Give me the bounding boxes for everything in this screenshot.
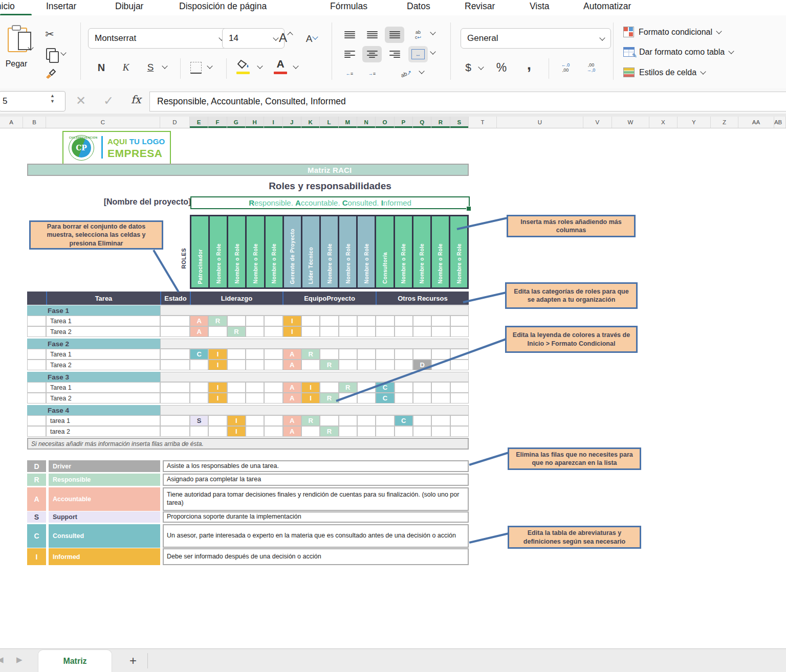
row-spacer-cell[interactable] xyxy=(27,326,46,337)
task-name-cell[interactable]: Tarea 2 xyxy=(46,326,160,337)
raci-mark-cell[interactable]: A xyxy=(283,382,301,393)
raci-mark-cell[interactable]: R xyxy=(339,382,357,393)
row-spacer-cell[interactable] xyxy=(27,415,46,426)
raci-empty-cell[interactable] xyxy=(413,393,431,404)
phase-band-title-cell[interactable]: Fase 4 xyxy=(27,405,160,415)
column-header-G[interactable]: G xyxy=(227,117,246,128)
group-header-equipo-proyecto[interactable]: EquipoProyecto xyxy=(282,292,376,305)
increase-font-button[interactable]: A xyxy=(276,29,295,47)
raci-mark-cell[interactable]: I xyxy=(283,326,301,337)
decrease-indent-button[interactable]: ←≡ xyxy=(340,65,359,82)
raci-empty-cell[interactable] xyxy=(395,393,413,404)
column-header-H[interactable]: H xyxy=(246,117,264,128)
column-header-M[interactable]: M xyxy=(339,117,357,128)
paste-button[interactable] xyxy=(4,26,31,54)
raci-mark-cell[interactable]: C xyxy=(395,415,413,426)
raci-empty-cell[interactable] xyxy=(339,393,357,404)
currency-button[interactable]: $ xyxy=(461,58,476,77)
raci-empty-cell[interactable] xyxy=(413,426,431,437)
raci-empty-cell[interactable] xyxy=(227,360,246,370)
raci-mark-cell[interactable]: R xyxy=(320,393,338,404)
column-header-A[interactable]: A xyxy=(0,117,23,128)
raci-empty-cell[interactable] xyxy=(357,360,376,370)
estado-cell[interactable] xyxy=(160,360,190,370)
comma-button[interactable]: , xyxy=(521,54,537,75)
raci-mark-cell[interactable]: I xyxy=(301,382,320,393)
column-header-X[interactable]: X xyxy=(649,117,678,128)
column-header-P[interactable]: P xyxy=(395,117,413,128)
raci-empty-cell[interactable] xyxy=(376,360,394,370)
column-header-R[interactable]: R xyxy=(431,117,450,128)
legend-code-cell[interactable]: C xyxy=(27,524,46,548)
group-header-spacer[interactable] xyxy=(27,292,46,305)
raci-empty-cell[interactable] xyxy=(339,415,357,426)
align-left-button[interactable] xyxy=(340,46,359,62)
raci-empty-cell[interactable] xyxy=(450,426,469,437)
raci-empty-cell[interactable] xyxy=(227,393,246,404)
raci-empty-cell[interactable] xyxy=(357,316,376,326)
raci-mark-cell[interactable]: I xyxy=(227,426,246,437)
raci-empty-cell[interactable] xyxy=(431,415,450,426)
role-column-header[interactable]: Nombre o Role xyxy=(321,216,338,287)
menu-item-vista[interactable]: Vista xyxy=(530,1,550,12)
role-column-header[interactable]: Nombre o Role xyxy=(395,216,412,287)
raci-empty-cell[interactable] xyxy=(190,360,208,370)
legend-code-cell[interactable]: S xyxy=(27,511,46,523)
raci-empty-cell[interactable] xyxy=(395,426,413,437)
phase-band-filler[interactable] xyxy=(160,305,469,316)
column-header-O[interactable]: O xyxy=(376,117,394,128)
raci-empty-cell[interactable] xyxy=(227,349,246,360)
column-header-AB[interactable]: AB xyxy=(774,117,786,128)
raci-mark-cell[interactable]: R xyxy=(301,349,320,360)
decrease-decimal-button[interactable]: ,00 →,0 xyxy=(580,58,602,77)
estado-cell[interactable] xyxy=(160,415,190,426)
raci-empty-cell[interactable] xyxy=(450,415,469,426)
raci-empty-cell[interactable] xyxy=(301,360,320,370)
raci-empty-cell[interactable] xyxy=(301,326,320,337)
estado-column-header[interactable]: Estado xyxy=(160,292,190,305)
column-header-I[interactable]: I xyxy=(264,117,282,128)
decrease-font-button[interactable]: A xyxy=(303,31,320,47)
italic-button[interactable]: K xyxy=(117,58,135,77)
raci-mark-cell[interactable]: I xyxy=(208,382,227,393)
font-color-button[interactable]: A xyxy=(272,56,289,72)
raci-empty-cell[interactable] xyxy=(264,415,282,426)
raci-empty-cell[interactable] xyxy=(357,426,376,437)
borders-chevron-icon[interactable] xyxy=(207,63,212,69)
role-column-header[interactable]: Nombre o Role xyxy=(228,216,245,287)
raci-empty-cell[interactable] xyxy=(431,382,450,393)
raci-mark-cell[interactable]: A xyxy=(283,415,301,426)
legend-description-cell[interactable]: Asignado para completar la tarea xyxy=(163,474,469,486)
raci-empty-cell[interactable] xyxy=(320,316,338,326)
page-title[interactable]: Roles y responsabilidades xyxy=(192,181,468,192)
raci-empty-cell[interactable] xyxy=(320,349,338,360)
raci-empty-cell[interactable] xyxy=(190,426,208,437)
estado-cell[interactable] xyxy=(160,326,190,337)
estado-cell[interactable] xyxy=(160,426,190,437)
callout-delete-rows[interactable]: Elimina las filas que no necesites para … xyxy=(508,447,641,470)
raci-empty-cell[interactable] xyxy=(431,349,450,360)
raci-empty-cell[interactable] xyxy=(246,415,264,426)
raci-empty-cell[interactable] xyxy=(246,360,264,370)
column-header-D[interactable]: D xyxy=(160,117,190,128)
raci-empty-cell[interactable] xyxy=(450,393,469,404)
format-painter-button[interactable] xyxy=(41,65,60,82)
raci-mark-cell[interactable]: I xyxy=(301,393,320,404)
task-name-cell[interactable]: Tarea 2 xyxy=(46,393,160,404)
column-header-C[interactable]: C xyxy=(46,117,160,128)
raci-empty-cell[interactable] xyxy=(357,349,376,360)
raci-empty-cell[interactable] xyxy=(450,382,469,393)
raci-empty-cell[interactable] xyxy=(450,349,469,360)
raci-empty-cell[interactable] xyxy=(246,316,264,326)
raci-empty-cell[interactable] xyxy=(357,415,376,426)
font-size-select[interactable]: 14 xyxy=(222,28,285,49)
menu-item-datos[interactable]: Datos xyxy=(407,1,430,12)
raci-mark-cell[interactable]: D xyxy=(413,360,431,370)
raci-mark-cell[interactable]: A xyxy=(283,426,301,437)
raci-empty-cell[interactable] xyxy=(301,316,320,326)
role-column-header[interactable]: Nombre o Role xyxy=(266,216,282,287)
task-name-cell[interactable]: Tarea 1 xyxy=(46,316,160,326)
legend-description-cell[interactable]: Proporciona soporte durante la implement… xyxy=(163,511,469,523)
legend-description-cell[interactable]: Asiste a los responsables de una tarea. xyxy=(163,460,469,472)
menu-item-automatizar[interactable]: Automatizar xyxy=(583,1,631,12)
